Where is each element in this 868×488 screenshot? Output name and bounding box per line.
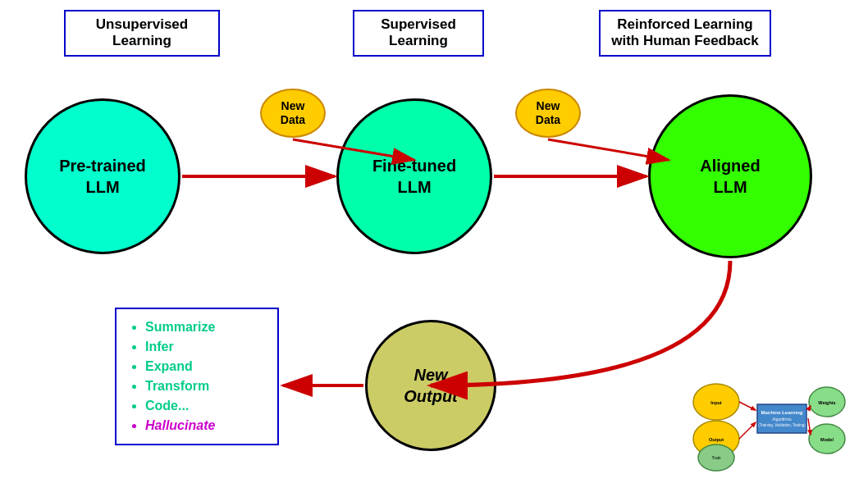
bullet-transform: Transform bbox=[145, 376, 265, 396]
bullet-expand: Expand bbox=[145, 357, 265, 376]
svg-text:Model: Model bbox=[820, 437, 834, 442]
finetuned-label: Fine-tunedLLM bbox=[372, 155, 456, 198]
svg-text:Input: Input bbox=[710, 400, 722, 405]
newoutput-label: NewOutput bbox=[404, 364, 458, 407]
aligned-label: AlignedLLM bbox=[700, 155, 760, 198]
label-unsupervised: Unsupervised Learning bbox=[64, 10, 220, 57]
svg-text:Output: Output bbox=[709, 437, 724, 442]
oval-badge-data1: NewData bbox=[260, 89, 326, 138]
svg-text:Machine Learning: Machine Learning bbox=[761, 410, 802, 415]
svg-text:Algorithms: Algorithms bbox=[772, 417, 792, 422]
capability-list: Summarize Infer Expand Transform Code...… bbox=[129, 317, 265, 436]
diagram-container: Unsupervised Learning Supervised Learnin… bbox=[0, 0, 868, 488]
circle-aligned: AlignedLLM bbox=[648, 94, 812, 258]
svg-line-13 bbox=[808, 418, 811, 435]
bullet-infer: Infer bbox=[145, 337, 265, 357]
bullet-list-box: Summarize Infer Expand Transform Code...… bbox=[115, 308, 279, 445]
oval-badge-data2: NewData bbox=[515, 89, 581, 138]
svg-line-10 bbox=[739, 402, 756, 410]
badge-data2-text: NewData bbox=[536, 99, 560, 127]
label-rlhf: Reinforced Learning with Human Feedback bbox=[599, 10, 771, 57]
bullet-code: Code... bbox=[145, 396, 265, 416]
svg-line-11 bbox=[739, 422, 756, 439]
circle-finetuned: Fine-tunedLLM bbox=[336, 98, 492, 254]
badge-data1-text: NewData bbox=[281, 99, 305, 127]
bullet-hallucinate: Hallucinate bbox=[145, 416, 265, 436]
svg-text:Train: Train bbox=[711, 455, 720, 460]
label-supervised: Supervised Learning bbox=[353, 10, 484, 57]
circle-pretrained: Pre-trainedLLM bbox=[25, 98, 180, 254]
mini-diagram: Machine Learning Algorithms (Training, V… bbox=[688, 365, 852, 472]
circle-newoutput: NewOutput bbox=[365, 320, 496, 451]
svg-text:(Training, Validation, Testing: (Training, Validation, Testing) bbox=[758, 423, 806, 427]
svg-text:Weights: Weights bbox=[818, 400, 835, 405]
pretrained-label: Pre-trainedLLM bbox=[59, 155, 146, 198]
bullet-summarize: Summarize bbox=[145, 317, 265, 337]
